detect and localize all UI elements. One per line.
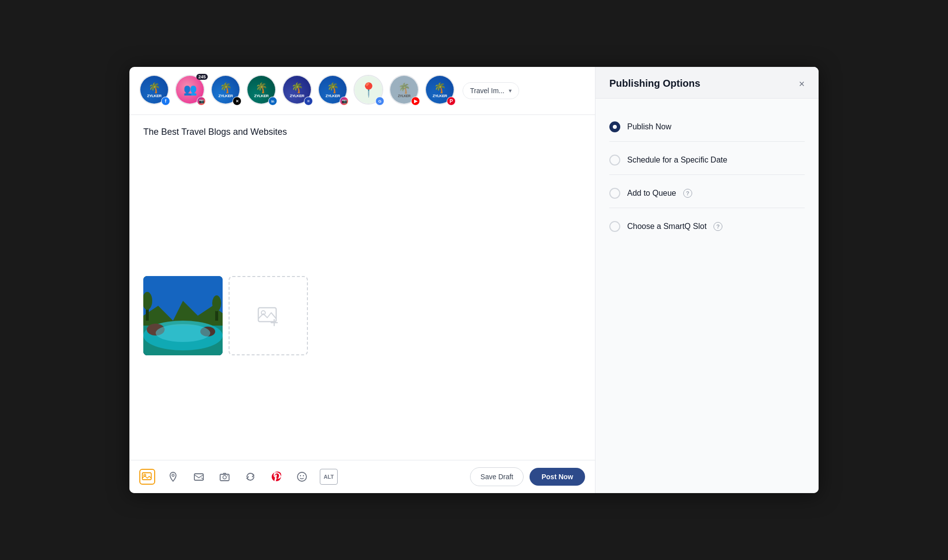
mail-icon[interactable] xyxy=(191,469,207,485)
refresh-icon[interactable] xyxy=(242,469,258,485)
instagram-badge: 📷 xyxy=(197,97,206,106)
svg-point-23 xyxy=(297,472,306,481)
image-upload-icon[interactable] xyxy=(139,469,155,485)
pinterest-badge: P xyxy=(447,97,456,106)
images-row xyxy=(143,276,581,355)
toolbar-icons: ALT xyxy=(139,469,470,485)
image-thumbnail[interactable] xyxy=(143,276,223,355)
svg-point-21 xyxy=(223,476,227,479)
radio-publish-now[interactable] xyxy=(609,121,620,132)
travel-dropdown[interactable]: Travel Im... ▾ xyxy=(463,82,519,99)
zoho-badge: ≡ xyxy=(304,97,313,106)
option-label-publish-now: Publish Now xyxy=(627,122,671,131)
account-avatar-linkedin[interactable]: 🌴 ZYLKER in xyxy=(246,75,278,107)
account-avatar-youtube[interactable]: 🌴 ZYLKER ▶ xyxy=(389,75,421,107)
accounts-bar: 🌴 ZYLKER f 245 👥 📷 xyxy=(129,67,595,115)
option-schedule[interactable]: Schedule for a Specific Date xyxy=(609,146,805,175)
account-badge-count: 245 xyxy=(196,74,208,80)
linkedin-badge: in xyxy=(268,97,277,106)
right-panel: Publishing Options × Publish Now Schedul… xyxy=(595,67,819,493)
svg-point-7 xyxy=(212,295,221,311)
post-title: The Best Travel Blogs and Websites xyxy=(143,127,581,137)
radio-queue[interactable] xyxy=(609,188,620,199)
account-avatar-twitter[interactable]: 🌴 ZYLKER ✕ xyxy=(211,75,242,107)
svg-rect-18 xyxy=(194,474,203,480)
radio-smartq[interactable] xyxy=(609,221,620,232)
svg-point-10 xyxy=(156,324,210,342)
twitter-badge: ✕ xyxy=(233,97,241,106)
account-avatar-googlemaps[interactable]: 📍 G xyxy=(354,75,385,107)
option-label-schedule: Schedule for a Specific Date xyxy=(627,156,727,165)
option-publish-now[interactable]: Publish Now xyxy=(609,112,805,142)
account-avatar-instagram[interactable]: 245 👥 📷 xyxy=(175,75,207,107)
emoji-icon[interactable] xyxy=(294,469,310,485)
save-draft-button[interactable]: Save Draft xyxy=(470,467,524,486)
chevron-down-icon: ▾ xyxy=(509,87,512,94)
location-pin-icon[interactable] xyxy=(165,469,181,485)
radio-schedule[interactable] xyxy=(609,155,620,166)
account-avatar-facebook[interactable]: 🌴 ZYLKER f xyxy=(139,75,171,107)
svg-point-25 xyxy=(303,475,304,476)
youtube-badge: ▶ xyxy=(411,97,420,106)
publishing-options-list: Publish Now Schedule for a Specific Date… xyxy=(595,99,819,255)
camera-icon[interactable] xyxy=(217,469,233,485)
svg-point-24 xyxy=(300,475,301,476)
queue-help-icon[interactable]: ? xyxy=(683,189,692,198)
content-area: The Best Travel Blogs and Websites xyxy=(129,115,595,460)
travel-dropdown-label: Travel Im... xyxy=(470,87,505,95)
svg-point-17 xyxy=(172,474,174,476)
svg-rect-15 xyxy=(142,473,151,480)
bottom-toolbar: ALT Save Draft Post Now xyxy=(129,460,595,493)
option-label-queue: Add to Queue xyxy=(627,189,676,198)
account-avatar-pinterest[interactable]: 🌴 ZYLKER P xyxy=(425,75,457,107)
right-panel-header: Publishing Options × xyxy=(595,67,819,99)
svg-point-22 xyxy=(227,475,228,476)
publishing-options-title: Publishing Options xyxy=(609,78,700,89)
alt-text-icon[interactable]: ALT xyxy=(320,469,338,485)
toolbar-actions: Save Draft Post Now xyxy=(470,467,585,486)
option-label-smartq: Choose a SmartQ Slot xyxy=(627,222,707,231)
app-window: 🌴 ZYLKER f 245 👥 📷 xyxy=(129,67,819,493)
left-panel: 🌴 ZYLKER f 245 👥 📷 xyxy=(129,67,595,493)
smartq-help-icon[interactable]: ? xyxy=(713,222,722,231)
add-image-button[interactable] xyxy=(229,276,308,355)
facebook-badge: f xyxy=(161,97,170,106)
instagram2-badge: 📷 xyxy=(340,97,349,106)
googlemaps-badge: G xyxy=(375,97,384,106)
account-avatar-zoho[interactable]: 🌴 ZYLKER ≡ xyxy=(282,75,314,107)
pinterest-icon[interactable] xyxy=(268,469,284,485)
main-area: 🌴 ZYLKER f 245 👥 📷 xyxy=(129,67,819,493)
radio-inner-publish-now xyxy=(613,125,617,129)
option-queue[interactable]: Add to Queue ? xyxy=(609,179,805,208)
close-button[interactable]: × xyxy=(799,79,805,89)
post-now-button[interactable]: Post Now xyxy=(530,468,585,486)
account-avatar-instagram2[interactable]: 🌴 ZYLKER 📷 xyxy=(318,75,350,107)
option-smartq[interactable]: Choose a SmartQ Slot ? xyxy=(609,212,805,241)
